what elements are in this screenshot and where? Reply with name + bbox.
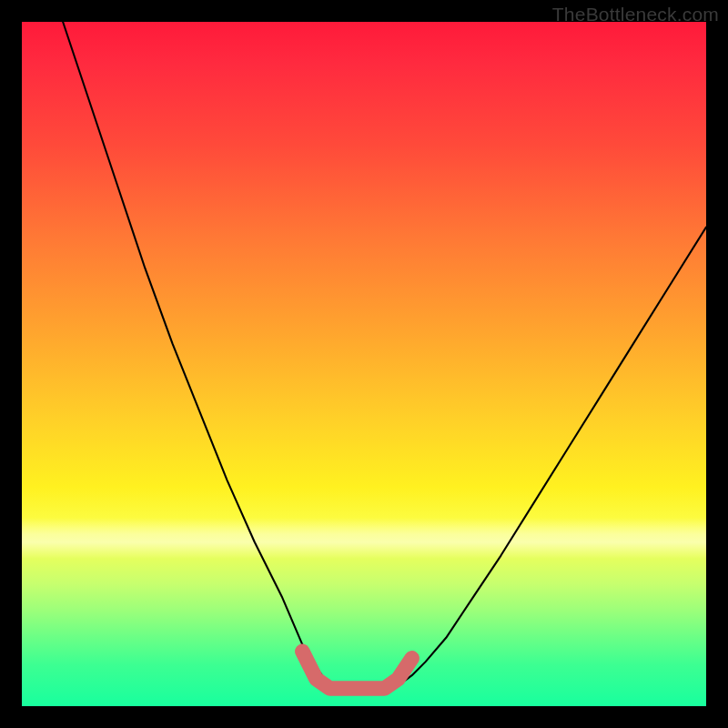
- bottom-highlight: [302, 652, 411, 689]
- right-curve: [399, 228, 706, 686]
- chart-frame: TheBottleneck.com: [0, 0, 728, 728]
- left-curve: [63, 22, 329, 685]
- plot-area: [22, 22, 706, 706]
- curves-layer: [22, 22, 706, 706]
